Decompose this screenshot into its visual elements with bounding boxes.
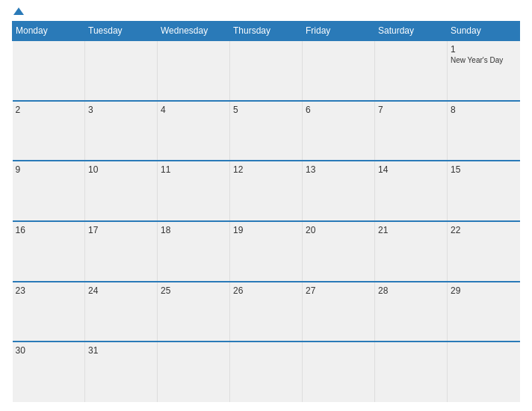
day-number: 12 <box>233 164 299 175</box>
weekday-header-row: MondayTuesdayWednesdayThursdayFridaySatu… <box>13 22 520 41</box>
calendar-cell: 25 <box>158 282 230 342</box>
weekday-header-monday: Monday <box>13 22 85 41</box>
calendar-cell: 13 <box>303 161 375 221</box>
calendar-cell <box>85 40 158 101</box>
day-number: 24 <box>88 285 154 296</box>
day-number: 18 <box>161 225 226 235</box>
day-number: 11 <box>161 164 226 175</box>
calendar-cell: 16 <box>13 221 85 282</box>
day-number: 20 <box>306 225 371 235</box>
calendar-cell: 7 <box>375 101 448 161</box>
day-number: 2 <box>16 105 82 115</box>
calendar-cell <box>448 342 520 402</box>
day-number: 4 <box>161 105 226 115</box>
day-number: 25 <box>161 285 226 296</box>
calendar-table: MondayTuesdayWednesdayThursdayFridaySatu… <box>12 21 520 402</box>
week-row-6: 3031 <box>13 342 520 402</box>
day-number: 26 <box>233 285 299 296</box>
event-label: New Year's Day <box>451 56 517 64</box>
calendar-cell: 17 <box>85 221 158 282</box>
calendar-cell <box>303 40 375 101</box>
day-number: 28 <box>378 285 444 296</box>
calendar-cell: 4 <box>158 101 230 161</box>
day-number: 30 <box>16 345 82 356</box>
day-number: 13 <box>306 164 371 175</box>
day-number: 23 <box>16 285 82 296</box>
calendar-cell: 3 <box>85 101 158 161</box>
calendar-cell: 22 <box>448 221 520 282</box>
day-number: 21 <box>378 225 444 235</box>
weekday-header-wednesday: Wednesday <box>158 22 230 41</box>
calendar-cell: 29 <box>448 282 520 342</box>
day-number: 8 <box>451 105 517 115</box>
calendar-cell: 12 <box>230 161 303 221</box>
calendar-cell: 10 <box>85 161 158 221</box>
week-row-4: 16171819202122 <box>13 221 520 282</box>
calendar-cell: 30 <box>13 342 85 402</box>
day-number: 15 <box>451 164 517 175</box>
day-number: 3 <box>88 105 154 115</box>
calendar-cell: 19 <box>230 221 303 282</box>
calendar-cell <box>158 342 230 402</box>
calendar-cell: 18 <box>158 221 230 282</box>
calendar-cell <box>303 342 375 402</box>
calendar-cell <box>375 342 448 402</box>
calendar-cell: 9 <box>13 161 85 221</box>
calendar-cell: 2 <box>13 101 85 161</box>
calendar-cell <box>230 342 303 402</box>
week-row-3: 9101112131415 <box>13 161 520 221</box>
calendar-cell: 27 <box>303 282 375 342</box>
day-number: 10 <box>88 164 154 175</box>
weekday-header-friday: Friday <box>303 22 375 41</box>
calendar-cell: 8 <box>448 101 520 161</box>
logo <box>12 9 24 16</box>
day-number: 22 <box>451 225 517 235</box>
day-number: 17 <box>88 225 154 235</box>
calendar-cell: 11 <box>158 161 230 221</box>
weekday-header-thursday: Thursday <box>230 22 303 41</box>
calendar-cell: 15 <box>448 161 520 221</box>
calendar-cell: 14 <box>375 161 448 221</box>
calendar-cell: 20 <box>303 221 375 282</box>
weekday-header-sunday: Sunday <box>448 22 520 41</box>
calendar-cell: 21 <box>375 221 448 282</box>
day-number: 27 <box>306 285 371 296</box>
calendar-cell: 31 <box>85 342 158 402</box>
calendar-cell <box>230 40 303 101</box>
day-number: 9 <box>16 164 82 175</box>
calendar-page: MondayTuesdayWednesdayThursdayFridaySatu… <box>0 0 532 411</box>
calendar-cell <box>13 40 85 101</box>
day-number: 19 <box>233 225 299 235</box>
day-number: 1 <box>451 44 517 55</box>
week-row-2: 2345678 <box>13 101 520 161</box>
day-number: 29 <box>451 285 517 296</box>
calendar-cell: 26 <box>230 282 303 342</box>
weekday-header-saturday: Saturday <box>375 22 448 41</box>
calendar-cell: 28 <box>375 282 448 342</box>
day-number: 6 <box>306 105 371 115</box>
calendar-cell: 5 <box>230 101 303 161</box>
day-number: 7 <box>378 105 444 115</box>
logo-triangle-icon <box>13 7 24 15</box>
calendar-cell <box>375 40 448 101</box>
calendar-cell: 1New Year's Day <box>448 40 520 101</box>
calendar-cell <box>158 40 230 101</box>
day-number: 16 <box>16 225 82 235</box>
calendar-cell: 23 <box>13 282 85 342</box>
calendar-header <box>12 9 520 16</box>
day-number: 31 <box>88 345 154 356</box>
calendar-cell: 24 <box>85 282 158 342</box>
calendar-cell: 6 <box>303 101 375 161</box>
day-number: 5 <box>233 105 299 115</box>
week-row-5: 23242526272829 <box>13 282 520 342</box>
day-number: 14 <box>378 164 444 175</box>
week-row-1: 1New Year's Day <box>13 40 520 101</box>
weekday-header-tuesday: Tuesday <box>85 22 158 41</box>
